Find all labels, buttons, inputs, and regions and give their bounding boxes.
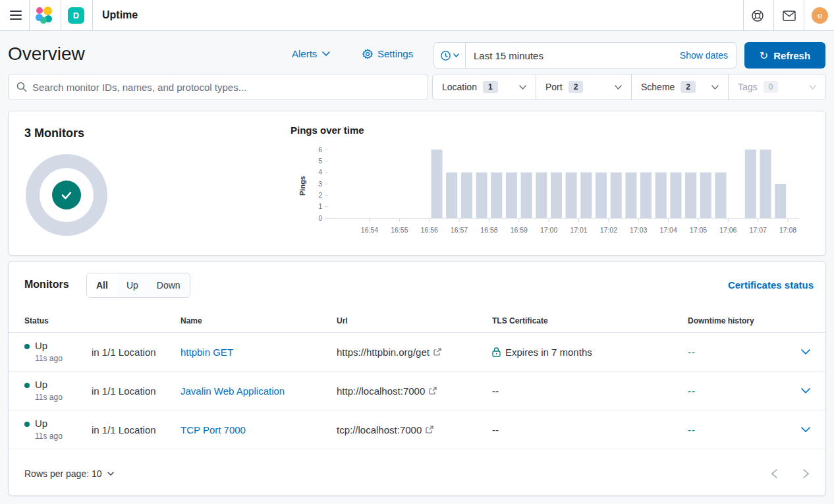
chevron-down-icon bbox=[809, 85, 816, 90]
tls-cell: Expires in 7 months bbox=[492, 347, 688, 358]
svg-text:4: 4 bbox=[318, 169, 322, 176]
user-avatar[interactable]: e bbox=[812, 7, 828, 24]
external-link-icon bbox=[433, 348, 441, 356]
column-name: Name bbox=[181, 316, 337, 325]
status-ago: 11s ago bbox=[35, 393, 92, 403]
location-cell: in 1/1 Location bbox=[92, 347, 181, 358]
tab-up[interactable]: Up bbox=[117, 273, 148, 297]
svg-text:16:57: 16:57 bbox=[451, 226, 468, 234]
divider bbox=[804, 0, 804, 30]
table-footer: Rows per page: 10 bbox=[9, 458, 825, 490]
date-range-value[interactable]: Last 15 minutes bbox=[466, 50, 680, 61]
chart-bar bbox=[596, 173, 607, 218]
svg-text:2: 2 bbox=[318, 192, 322, 199]
expand-row-button[interactable] bbox=[798, 422, 814, 437]
refresh-label: Refresh bbox=[773, 50, 810, 61]
divider bbox=[743, 0, 744, 30]
filter-count-badge: 1 bbox=[483, 81, 498, 93]
svg-text:16:56: 16:56 bbox=[421, 226, 438, 234]
gear-icon bbox=[362, 49, 373, 59]
monitor-name-link[interactable]: Javalin Web Application bbox=[181, 385, 285, 397]
up-status-dot-icon bbox=[24, 344, 30, 349]
expand-row-button[interactable] bbox=[798, 383, 814, 399]
expand-cell bbox=[773, 422, 814, 437]
divider bbox=[29, 0, 30, 30]
monitors-table: Status Name Url TLS Certificate Downtime… bbox=[9, 309, 825, 449]
expand-cell bbox=[773, 383, 814, 399]
next-page-button[interactable] bbox=[798, 466, 814, 482]
all-up-check-icon bbox=[52, 181, 81, 210]
chart-bar bbox=[625, 173, 636, 218]
status-ago: 11s ago bbox=[35, 354, 92, 364]
svg-text:0: 0 bbox=[318, 215, 322, 222]
chart-bar bbox=[685, 173, 696, 218]
pagination bbox=[766, 466, 814, 482]
elastic-logo-icon[interactable] bbox=[36, 7, 53, 24]
external-link-icon bbox=[429, 387, 437, 395]
tls-text: Expires in 7 months bbox=[505, 347, 592, 358]
filter-label: Scheme bbox=[641, 82, 675, 92]
chevron-down-icon bbox=[519, 85, 526, 90]
refresh-icon: ↻ bbox=[760, 49, 768, 62]
chart-bar bbox=[566, 173, 577, 218]
expand-row-button[interactable] bbox=[798, 344, 814, 360]
filter-group: Location 1 Port 2 Scheme 2 Tags 0 bbox=[432, 74, 826, 100]
status-ago: 11s ago bbox=[35, 432, 92, 441]
tab-down[interactable]: Down bbox=[148, 273, 190, 297]
help-icon[interactable] bbox=[750, 8, 765, 24]
svg-text:17:05: 17:05 bbox=[690, 226, 707, 234]
url-cell: http://localhost:7000 bbox=[337, 385, 492, 397]
chart-bar bbox=[431, 150, 443, 218]
space-badge[interactable]: D bbox=[68, 7, 84, 24]
chevron-down-icon bbox=[615, 85, 622, 90]
svg-text:1: 1 bbox=[318, 203, 322, 210]
chart-bar bbox=[461, 173, 472, 218]
mail-icon[interactable] bbox=[781, 8, 797, 24]
chart-bar bbox=[640, 173, 652, 218]
svg-text:5: 5 bbox=[318, 157, 322, 165]
filter-count-badge: 2 bbox=[681, 81, 696, 93]
svg-text:17:03: 17:03 bbox=[630, 226, 647, 234]
search-input[interactable] bbox=[32, 82, 420, 93]
monitor-row: Up11s agoin 1/1 LocationJavalin Web Appl… bbox=[9, 372, 825, 410]
url-text: http://localhost:7000 bbox=[337, 385, 425, 397]
url-cell: https://httpbin.org/get bbox=[337, 347, 492, 358]
menu-icon[interactable] bbox=[5, 5, 26, 26]
rows-per-page-button[interactable]: Rows per page: 10 bbox=[24, 468, 114, 479]
filter-count-badge: 2 bbox=[569, 81, 584, 93]
filter-location[interactable]: Location 1 bbox=[433, 74, 536, 99]
pings-chart-title: Pings over time bbox=[291, 125, 364, 136]
chevron-down-icon bbox=[107, 472, 114, 476]
svg-text:16:54: 16:54 bbox=[361, 226, 378, 234]
previous-page-button[interactable] bbox=[766, 466, 782, 482]
filter-scheme[interactable]: Scheme 2 bbox=[631, 74, 728, 99]
filter-tags[interactable]: Tags 0 bbox=[728, 74, 825, 99]
column-url: Url bbox=[337, 316, 492, 325]
svg-text:17:07: 17:07 bbox=[750, 226, 767, 234]
column-tls: TLS Certificate bbox=[492, 316, 688, 325]
chart-bar bbox=[476, 173, 487, 218]
quick-select-button[interactable] bbox=[434, 43, 466, 68]
rows-per-page-label: Rows per page: 10 bbox=[24, 468, 102, 479]
alerts-menu-button[interactable]: Alerts bbox=[292, 48, 330, 59]
svg-text:17:02: 17:02 bbox=[600, 226, 617, 234]
chart-bar bbox=[521, 173, 532, 218]
filter-label: Location bbox=[442, 82, 477, 92]
filter-port[interactable]: Port 2 bbox=[536, 74, 631, 99]
status-cell: Up11s ago bbox=[24, 379, 92, 403]
pings-over-time-chart: Pings012345616:5416:5516:5616:5716:5816:… bbox=[297, 142, 811, 241]
external-link-icon bbox=[426, 426, 433, 434]
tab-all[interactable]: All bbox=[87, 273, 117, 297]
refresh-button[interactable]: ↻ Refresh bbox=[744, 42, 825, 69]
snapshot-title: 3 Monitors bbox=[24, 126, 84, 140]
snapshot-panel: 3 Monitors Down 0 Up 3 Pings over time P… bbox=[8, 111, 826, 256]
status-text: Up bbox=[35, 379, 47, 391]
url-cell: tcp://localhost:7000 bbox=[337, 424, 492, 435]
show-dates-button[interactable]: Show dates bbox=[680, 50, 736, 61]
settings-button[interactable]: Settings bbox=[362, 48, 413, 59]
certificates-status-link[interactable]: Certificates status bbox=[728, 279, 814, 291]
monitor-name-link[interactable]: TCP Port 7000 bbox=[181, 424, 246, 435]
up-status-dot-icon bbox=[24, 383, 30, 388]
monitor-name-link[interactable]: httpbin GET bbox=[181, 347, 233, 358]
alerts-label: Alerts bbox=[292, 48, 317, 59]
